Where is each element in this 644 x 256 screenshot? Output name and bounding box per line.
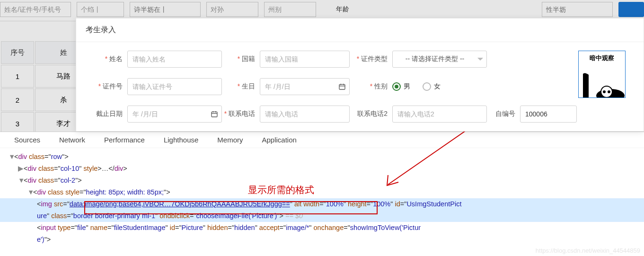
student-entry-modal: 考生录入 姓名 国籍 证件类型 -- 请选择证件类型 -- 证件号 生日 性别 … xyxy=(76,18,644,132)
sex-female-radio[interactable]: 女 xyxy=(423,82,441,91)
chevron-down-icon xyxy=(477,58,483,61)
avatar-column: 暗中观察 xyxy=(578,51,635,123)
calendar-icon xyxy=(211,110,218,118)
sex-male-radio[interactable]: 男 xyxy=(392,82,410,91)
name-input[interactable] xyxy=(127,51,222,68)
tab-memory[interactable]: Memory xyxy=(217,136,243,144)
birth-label: 生日 xyxy=(222,82,260,91)
radio-icon xyxy=(392,82,401,91)
svg-rect-0 xyxy=(339,84,345,89)
devtools-tabs: Sources Network Performance Lighthouse M… xyxy=(0,132,644,148)
filter-2[interactable] xyxy=(77,2,124,17)
filter-7[interactable] xyxy=(542,2,613,17)
idno-label: 证件号 xyxy=(85,82,127,91)
svg-point-9 xyxy=(601,86,612,97)
idno-input[interactable] xyxy=(127,78,222,95)
filter-4[interactable] xyxy=(206,2,258,17)
filter-5[interactable] xyxy=(264,2,316,17)
sex-label: 性别 xyxy=(350,82,392,91)
tab-network[interactable]: Network xyxy=(59,136,85,144)
tab-performance[interactable]: Performance xyxy=(104,136,145,144)
avatar-image[interactable]: 暗中观察 xyxy=(578,51,626,98)
svg-rect-4 xyxy=(212,112,217,117)
sex-radio-group: 男 女 xyxy=(392,82,487,91)
search-input[interactable] xyxy=(0,2,71,17)
tab-application[interactable]: Application xyxy=(262,136,297,144)
deadline-input[interactable] xyxy=(127,106,222,123)
name-label: 姓名 xyxy=(85,55,127,63)
svg-point-11 xyxy=(608,90,610,93)
nation-label: 国籍 xyxy=(222,55,260,63)
selfid-input[interactable] xyxy=(520,106,577,123)
calendar-icon xyxy=(338,83,346,90)
avatar-caption: 暗中观察 xyxy=(590,54,614,62)
tab-lighthouse[interactable]: Lighthouse xyxy=(164,136,198,144)
birth-input[interactable] xyxy=(260,78,350,95)
search-button[interactable] xyxy=(618,2,644,17)
age-label: 年龄 xyxy=(336,5,349,14)
nation-input[interactable] xyxy=(260,51,350,68)
idtype-label: 证件类型 xyxy=(350,55,392,63)
phone-label: 联系电话 xyxy=(222,110,260,118)
modal-title: 考生录入 xyxy=(76,18,644,42)
avatar-graphic-icon xyxy=(579,71,625,97)
phone-input[interactable] xyxy=(260,106,350,123)
phone2-input[interactable] xyxy=(392,106,487,123)
annotation-text: 显示所需的格式 xyxy=(248,184,314,196)
col-seq: 序号 xyxy=(1,41,34,64)
selfid-label: 自编号 xyxy=(487,110,520,118)
devtools-panel: Sources Network Performance Lighthouse M… xyxy=(0,132,644,256)
form-grid: 姓名 国籍 证件类型 -- 请选择证件类型 -- 证件号 生日 性别 男 女 xyxy=(85,51,569,123)
phone2-label: 联系电话2 xyxy=(350,110,392,118)
radio-icon xyxy=(423,82,431,91)
annotation-box xyxy=(84,201,378,214)
deadline-label: 截止日期 xyxy=(85,110,127,118)
watermark: https://blog.csdn.net/weixin_44544859 xyxy=(536,247,640,254)
idtype-select[interactable]: -- 请选择证件类型 -- xyxy=(392,51,487,68)
filter-3[interactable] xyxy=(130,2,201,17)
svg-point-10 xyxy=(603,90,606,93)
tab-sources[interactable]: Sources xyxy=(14,136,40,144)
elements-tree[interactable]: ▼<div class="row"> ▶<div class="col-10" … xyxy=(0,148,644,248)
